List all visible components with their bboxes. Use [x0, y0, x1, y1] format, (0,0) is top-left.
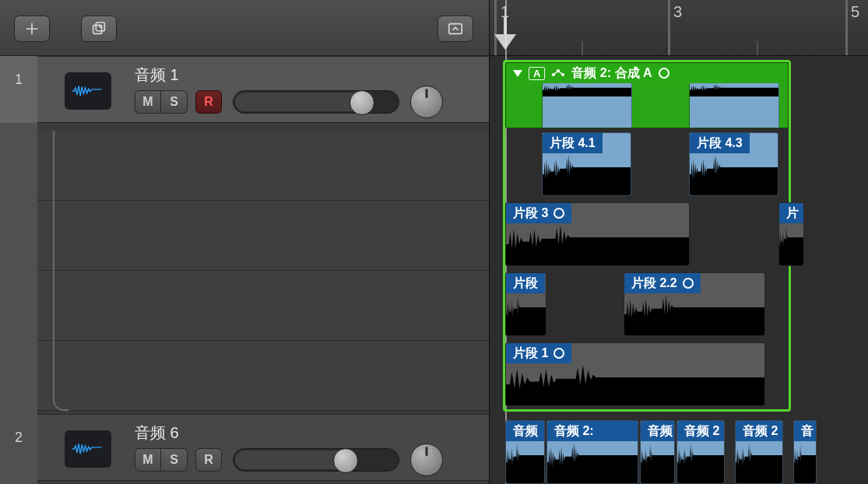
track-number-1[interactable]: 1 — [0, 56, 37, 123]
volume-slider[interactable] — [233, 90, 399, 114]
region-label: 音频 2 — [736, 421, 782, 441]
track-controls: M S R — [135, 447, 443, 472]
audio-region[interactable]: 片段 — [505, 272, 546, 336]
region-label: 片段 3 — [506, 203, 571, 223]
waveform — [624, 293, 764, 335]
region-label: 片段 — [506, 273, 545, 293]
audio-region[interactable]: 音频 — [505, 420, 545, 484]
region-label: 音频 — [641, 421, 674, 441]
duplicate-icon — [90, 20, 107, 37]
plus-icon — [23, 20, 40, 37]
audio-region[interactable]: 片段 1 — [505, 342, 765, 406]
comp-segment[interactable] — [543, 83, 632, 128]
waveform — [641, 441, 674, 483]
track-header-2[interactable]: 音频 6 M S R — [37, 414, 489, 481]
audio-region[interactable]: 片段 2.2 — [624, 272, 765, 336]
waveform — [543, 153, 631, 195]
audio-region[interactable]: 片段 3 — [505, 202, 690, 266]
add-track-button[interactable] — [14, 16, 50, 42]
svg-rect-2 — [449, 24, 462, 34]
record-enable-button[interactable]: R — [195, 448, 222, 472]
volume-slider[interactable] — [233, 448, 399, 472]
audio-region[interactable]: 音频 — [640, 420, 675, 484]
waveform — [506, 293, 546, 335]
solo-button[interactable]: S — [161, 90, 188, 114]
arrange-area[interactable]: 1 3 5 A 音频 2: 合成 A 片段 4.1片段 4.3片段 3 片片段片… — [490, 0, 868, 484]
track-controls: M S R — [135, 89, 443, 114]
loop-indicator-icon — [553, 208, 564, 219]
loop-indicator-icon — [553, 348, 564, 359]
waveform — [794, 441, 816, 483]
audio-region[interactable]: 音频 2: — [546, 420, 638, 484]
region-label: 音频 2 — [677, 421, 724, 441]
mute-button[interactable]: M — [135, 90, 161, 114]
region-label: 音 — [794, 421, 816, 441]
track-header-panel: 1 2 音频 1 M S R — [0, 0, 490, 484]
track-number-strip: 1 2 — [0, 56, 37, 484]
track-name[interactable]: 音频 6 — [135, 423, 179, 444]
comp-segment[interactable] — [506, 83, 543, 128]
waveform — [677, 441, 724, 483]
bar-number: 3 — [673, 3, 682, 21]
mute-button[interactable]: M — [135, 448, 161, 472]
loop-indicator-icon — [683, 278, 694, 289]
audio-region[interactable]: 音频 2 — [676, 420, 725, 484]
loop-indicator-icon — [659, 68, 669, 79]
waveform — [506, 363, 764, 405]
disclosure-triangle-icon[interactable] — [513, 70, 522, 77]
track-icon-audio — [65, 430, 111, 468]
comp-segment[interactable] — [632, 83, 690, 128]
audio-region[interactable]: 片段 4.1 — [542, 132, 631, 196]
track-name[interactable]: 音频 1 — [135, 65, 179, 86]
waveform — [736, 441, 782, 483]
region-label: 片 — [779, 203, 804, 223]
panel-up-icon — [447, 20, 464, 37]
bar-number: 5 — [851, 3, 859, 21]
audio-region[interactable]: 片 — [778, 202, 804, 266]
comp-title: 音频 2: 合成 A — [571, 65, 652, 82]
take-lane[interactable] — [37, 271, 489, 341]
waveform — [779, 223, 803, 265]
pan-knob[interactable] — [410, 86, 443, 118]
track-header-1[interactable]: 音频 1 M S R — [37, 56, 489, 123]
track-icon-audio — [65, 72, 111, 110]
audio-region[interactable]: 音 — [793, 420, 817, 484]
audio-region[interactable]: 片段 4.3 — [689, 132, 778, 196]
track-number-2[interactable]: 2 — [0, 414, 37, 481]
waveform — [506, 223, 689, 265]
take-lane[interactable] — [37, 341, 489, 411]
comp-segment[interactable] — [690, 83, 779, 128]
waveform — [690, 153, 778, 195]
comp-a-badge: A — [529, 67, 545, 80]
waveform — [506, 441, 544, 483]
region-label: 音频 — [506, 421, 544, 441]
region-label: 音频 2: — [547, 421, 638, 441]
waveform — [547, 441, 638, 483]
solo-button[interactable]: S — [161, 448, 188, 472]
toolbar-menu-button[interactable] — [438, 16, 473, 42]
comp-header-region[interactable]: A 音频 2: 合成 A — [505, 62, 789, 128]
pan-knob[interactable] — [410, 444, 443, 476]
duplicate-track-button[interactable] — [81, 16, 117, 42]
comp-header-bar[interactable]: A 音频 2: 合成 A — [506, 63, 788, 83]
clips-area[interactable]: A 音频 2: 合成 A 片段 4.1片段 4.3片段 3 片片段片段 2.2 … — [490, 56, 868, 484]
timeline-ruler[interactable]: 1 3 5 — [490, 0, 868, 56]
audio-region[interactable]: 音频 2 — [735, 420, 783, 484]
region-label: 片段 4.3 — [690, 133, 750, 153]
take-lane[interactable] — [37, 131, 489, 201]
track-toolbar — [0, 0, 489, 56]
track-headers: 音频 1 M S R 音频 6 M — [37, 56, 489, 484]
region-label: 片段 4.1 — [543, 133, 603, 153]
region-label: 片段 2.2 — [624, 273, 701, 293]
record-enable-button[interactable]: R — [195, 90, 222, 114]
take-lane[interactable] — [37, 201, 489, 271]
region-label: 片段 1 — [506, 343, 571, 363]
take-folder-bracket — [53, 131, 69, 411]
flex-icon — [551, 66, 565, 80]
